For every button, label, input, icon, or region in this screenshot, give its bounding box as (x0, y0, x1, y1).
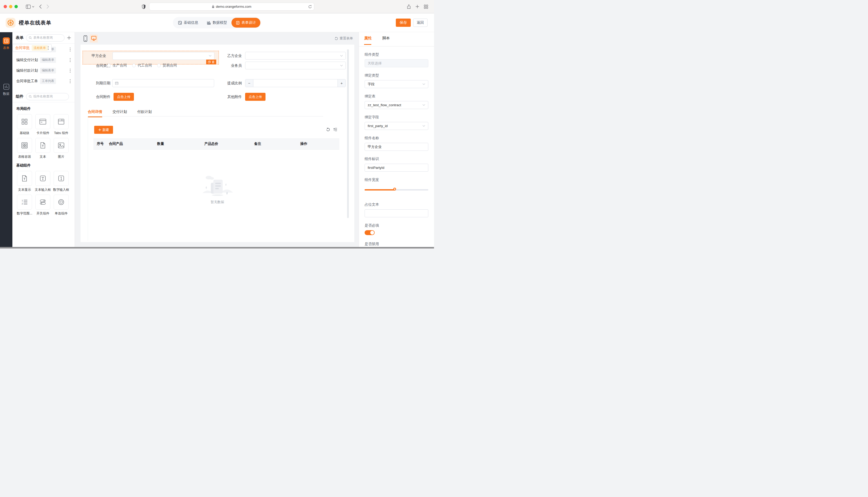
new-row-button[interactable]: 新建 (94, 126, 113, 134)
component-card-text[interactable]: 文本 (34, 138, 51, 159)
reset-form-button[interactable]: 重置表单 (335, 36, 353, 41)
more-actions-icon[interactable] (70, 58, 71, 62)
more-actions-icon[interactable] (70, 79, 71, 83)
radio-option[interactable]: 贸易合同 (157, 63, 177, 68)
zoom-window-button[interactable] (14, 5, 18, 8)
required-toggle[interactable] (364, 230, 375, 235)
form-list-item[interactable]: 合同审批工单 工单列表 (12, 76, 74, 86)
sidebar-toggle-icon[interactable] (26, 5, 31, 9)
component-search-input[interactable]: 组件名称查询 (26, 93, 69, 100)
bind-type-select[interactable]: 字段 (364, 80, 428, 88)
search-icon (29, 36, 32, 40)
form-list-item[interactable]: 编辑交付计划 编辑表单 (12, 55, 74, 65)
component-card-text-display[interactable]: 文本显示 (16, 171, 33, 192)
back-button[interactable] (39, 4, 42, 9)
designer-step-tabs: 基础信息 数据模型 表单设计 (173, 17, 261, 28)
slider-handle[interactable] (393, 188, 396, 190)
component-card-radio[interactable]: 单选组件 (53, 195, 70, 216)
column-settings-icon[interactable] (333, 128, 337, 131)
radio-option[interactable]: 代工合同 (132, 63, 152, 68)
component-id-input[interactable]: firstPartyId (364, 164, 428, 172)
form-canvas[interactable]: 甲方企业 乙方企业 合同类型 生产合同 代工合同 贸易合同 业务员 到期日期 (81, 45, 354, 242)
component-card-card[interactable]: 卡片组件 (34, 114, 51, 135)
new-tab-icon[interactable] (415, 5, 419, 9)
delete-icon[interactable] (212, 60, 215, 63)
sidebar-chevron-icon[interactable] (32, 6, 34, 8)
increment-button[interactable]: + (337, 80, 345, 87)
component-card-table-container[interactable]: 表格容器 (16, 138, 33, 159)
empty-state: 暂无数据 (201, 173, 234, 204)
col-header: 操作 (300, 142, 307, 146)
lock-icon (212, 5, 215, 8)
other-upload-button[interactable]: 点击上传 (245, 93, 265, 101)
second-party-select[interactable] (245, 52, 346, 59)
component-card-number-range[interactable]: 12 数字范围... (16, 195, 33, 216)
commission-number-input[interactable]: − + (245, 79, 346, 87)
placeholder-text-input[interactable] (364, 209, 428, 217)
components-panel-title: 组件 (16, 94, 24, 99)
form-list-item[interactable]: 合同审批 流程表单 (12, 44, 52, 52)
forward-button[interactable] (46, 4, 49, 9)
component-card-number-input[interactable]: 数字输入框 (53, 171, 70, 192)
close-window-button[interactable] (4, 5, 7, 8)
slider-fill (364, 189, 395, 190)
design-canvas-region: 重置表单 甲方企业 乙方企业 合同类型 生产合同 代工合同 贸易合同 业务 (75, 32, 359, 247)
more-actions-icon[interactable] (70, 69, 71, 73)
forms-panel-title: 表单 (16, 35, 24, 40)
decrement-button[interactable]: − (245, 80, 253, 87)
address-bar[interactable]: demo.orangeforms.com (149, 3, 314, 11)
refresh-table-icon[interactable] (326, 128, 330, 131)
tab-script[interactable]: 脚本 (382, 36, 390, 45)
add-form-button[interactable] (67, 36, 71, 40)
app-header: 橙单在线表单 基础信息 数据模型 表单设计 保存 返回 (0, 13, 434, 32)
calendar-icon (115, 82, 119, 85)
component-card-basic-block[interactable]: 基础块 (16, 114, 33, 135)
component-name-input[interactable]: 甲方企业 (364, 143, 428, 151)
more-actions-icon[interactable] (70, 47, 71, 52)
text-doc-icon (35, 138, 50, 153)
minimize-window-button[interactable] (9, 5, 12, 8)
form-list-item[interactable]: 编辑付款计划 编辑表单 (12, 65, 74, 76)
form-search-input[interactable]: 表单名称查询 (26, 34, 65, 42)
tab-form-design[interactable]: 表单设计 (232, 18, 260, 28)
prop-label: 绑定类型 (364, 73, 428, 78)
salesman-select[interactable] (245, 61, 346, 69)
component-card-switch[interactable]: 开关组件 (34, 195, 51, 216)
rail-item-data[interactable]: 数据 (3, 83, 10, 96)
bind-table-select[interactable]: zz_test_flow_contract (364, 101, 428, 109)
mobile-preview-icon[interactable] (84, 35, 87, 42)
field-label: 到期日期 (88, 79, 110, 87)
chevron-down-icon (423, 83, 425, 85)
components-panel-head: 组件 组件名称查询 (12, 91, 74, 102)
number-input-icon (54, 171, 69, 186)
tab-overview-icon[interactable] (424, 5, 428, 9)
radio-option[interactable]: 生产合同 (107, 63, 127, 68)
search-icon (29, 95, 32, 98)
tab-properties[interactable]: 属性 (364, 36, 372, 45)
rail-item-forms[interactable]: 表单 (3, 38, 10, 50)
component-card-tabs[interactable]: Tabs 组件 (53, 114, 70, 135)
contract-upload-button[interactable]: 点击上传 (113, 93, 134, 101)
tab-basic-info[interactable]: 基础信息 (174, 18, 203, 28)
bind-field-select[interactable]: first_party_id (364, 122, 428, 130)
desktop-preview-icon[interactable] (90, 34, 98, 43)
privacy-shield-icon[interactable] (142, 4, 146, 9)
more-actions-icon[interactable] (48, 46, 49, 50)
back-button-app[interactable]: 返回 (413, 18, 428, 27)
component-card-text-input[interactable]: 文本输入框 (34, 171, 51, 192)
component-width-slider[interactable] (364, 188, 428, 191)
tab-data-model[interactable]: 数据模型 (203, 18, 232, 28)
copy-icon[interactable] (208, 60, 210, 63)
component-card-image[interactable]: 图片 (53, 138, 70, 159)
share-icon[interactable] (407, 4, 411, 9)
number-range-icon: 12 (17, 195, 32, 210)
first-party-select[interactable] (112, 52, 215, 60)
save-button[interactable]: 保存 (396, 18, 411, 27)
svg-text:1: 1 (22, 199, 23, 202)
empty-text: 暂无数据 (211, 200, 224, 204)
due-date-input[interactable] (112, 79, 214, 87)
reload-icon[interactable] (308, 5, 312, 9)
canvas-scrollbar[interactable] (347, 49, 349, 218)
col-header: 产品总价 (204, 142, 254, 146)
col-header: 序号 (97, 142, 109, 146)
